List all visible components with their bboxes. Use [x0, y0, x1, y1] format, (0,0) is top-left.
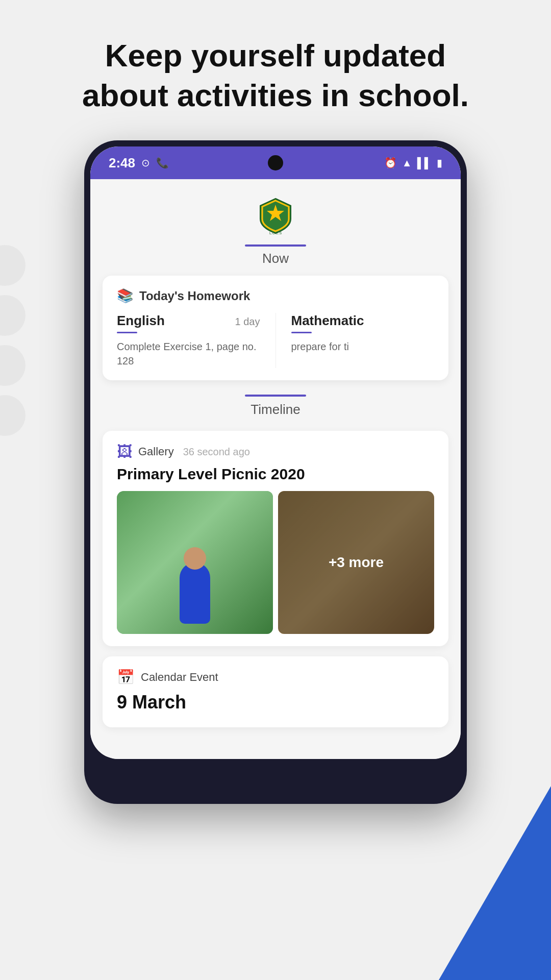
header-line2: about activities in school.	[82, 78, 469, 113]
subject-english: English 1 day Complete Exercise 1, page …	[117, 313, 260, 368]
english-name: English	[117, 313, 165, 329]
camera-notch	[268, 155, 283, 170]
photo-right[interactable]: +3 more	[278, 491, 434, 634]
calendar-type: Calendar Event	[141, 671, 218, 684]
homework-icon: 📚	[117, 288, 133, 304]
status-time: 2:48	[109, 155, 135, 171]
math-header: Mathematic	[291, 313, 435, 329]
header-text: Keep yourself updated about activities i…	[51, 36, 500, 115]
gallery-event-card: 🖼 Gallery 36 second ago Primary Level Pi…	[103, 431, 448, 646]
english-header: English 1 day	[117, 313, 260, 329]
subjects-row: English 1 day Complete Exercise 1, page …	[117, 313, 434, 368]
gallery-header: 🖼 Gallery 36 second ago	[117, 443, 434, 460]
logo-area: L.C.E.S	[255, 179, 296, 240]
math-desc: prepare for ti	[291, 341, 349, 352]
gallery-type: Gallery	[138, 445, 174, 458]
signal-icon: ▌▌	[417, 157, 432, 169]
app-content: L.C.E.S Now 📚 Today's Homework En	[90, 179, 461, 759]
phone-mockup: 2:48 ⊙ 📞 ⏰ ▲ ▌▌ ▮	[84, 140, 467, 804]
english-desc: Complete Exercise 1, page no. 128	[117, 341, 257, 366]
background-circles	[0, 245, 26, 436]
status-left: 2:48 ⊙ 📞	[109, 155, 169, 171]
svg-text:L.C.E.S: L.C.E.S	[269, 231, 282, 235]
header-line1: Keep yourself updated	[105, 38, 446, 73]
background-triangle	[439, 786, 551, 980]
more-overlay: +3 more	[278, 491, 434, 634]
wifi-icon: ▲	[402, 157, 412, 169]
photo-grid: +3 more	[117, 491, 434, 634]
gallery-title: Primary Level Picnic 2020	[117, 465, 434, 483]
english-underline	[117, 332, 137, 333]
homework-card: 📚 Today's Homework English 1 day Complet…	[103, 276, 448, 380]
timeline-tab-indicator	[245, 395, 306, 397]
more-count-label: +3 more	[329, 554, 384, 571]
photo-figure	[180, 562, 210, 624]
calendar-icon: 📅	[117, 669, 135, 685]
spotify-icon: ⊙	[141, 157, 150, 169]
homework-title: Today's Homework	[139, 289, 250, 303]
english-due: 1 day	[235, 316, 260, 328]
school-logo: L.C.E.S	[255, 194, 296, 235]
math-name: Mathematic	[291, 313, 364, 329]
calendar-date: 9 March	[117, 692, 434, 713]
alarm-icon: ⏰	[384, 157, 397, 169]
timeline-tab-label: Timeline	[251, 402, 300, 418]
calendar-header: 📅 Calendar Event	[117, 669, 434, 685]
battery-icon: ▮	[437, 157, 442, 169]
whatsapp-icon: 📞	[156, 157, 169, 169]
gallery-icon: 🖼	[117, 443, 132, 460]
status-right-icons: ⏰ ▲ ▌▌ ▮	[384, 157, 442, 169]
now-tab[interactable]: Now	[245, 244, 306, 266]
now-tab-label: Now	[262, 251, 289, 266]
photo-left[interactable]	[117, 491, 273, 634]
math-underline	[291, 332, 312, 333]
timeline-tab[interactable]: Timeline	[245, 395, 306, 418]
status-bar: 2:48 ⊙ 📞 ⏰ ▲ ▌▌ ▮	[90, 146, 461, 179]
timeline-section: Timeline 🖼 Gallery 36 second ago Primary…	[90, 389, 461, 732]
now-tab-indicator	[245, 244, 306, 247]
phone-screen: 2:48 ⊙ 📞 ⏰ ▲ ▌▌ ▮	[90, 146, 461, 759]
gallery-time: 36 second ago	[183, 446, 250, 458]
subject-math: Mathematic prepare for ti	[291, 313, 435, 368]
subject-divider	[276, 313, 276, 368]
card-header: 📚 Today's Homework	[117, 288, 434, 304]
calendar-event-card: 📅 Calendar Event 9 March	[103, 656, 448, 727]
